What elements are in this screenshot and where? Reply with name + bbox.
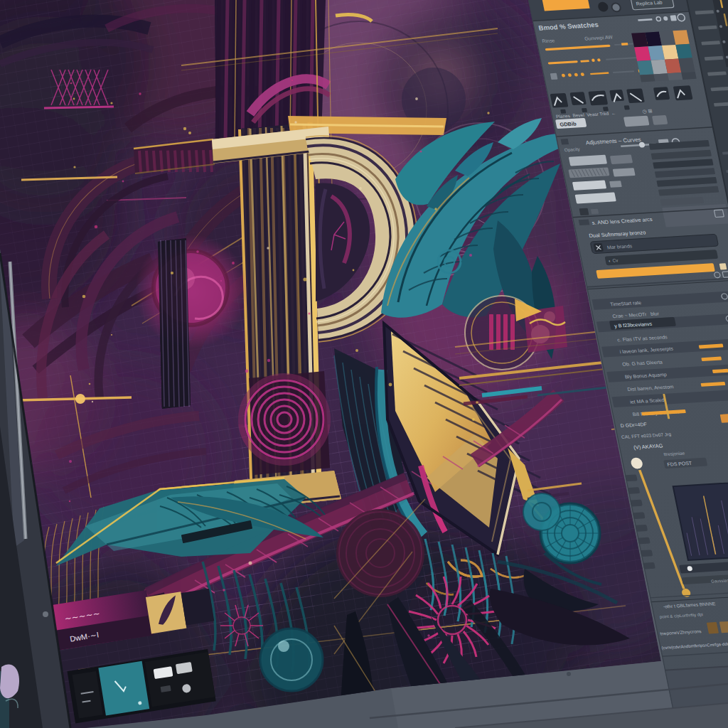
- svg-text:Gaussianble: Gaussianble: [711, 578, 728, 584]
- svg-text:GDBib: GDBib: [560, 121, 577, 128]
- svg-text:Rinse: Rinse: [542, 38, 555, 43]
- svg-text:◐ Cv: ◐ Cv: [608, 257, 619, 263]
- svg-text:◷ ⊞: ◷ ⊞: [642, 108, 653, 114]
